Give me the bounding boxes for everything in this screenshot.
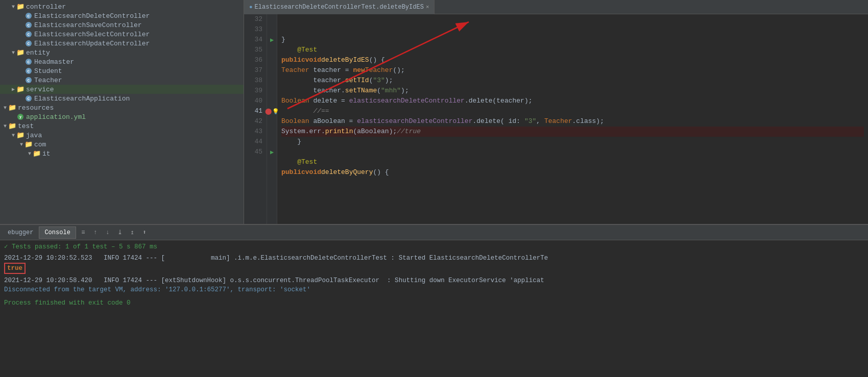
gutter-cell-42 [267,116,277,127]
token: ); [385,76,393,86]
token: .delete( id: [472,116,524,127]
spacer-9 [10,114,16,120]
console-toolbar-icons: ≡ ↑ ↓ ⤓ ↥ ⬆ [78,228,150,238]
console-icon-filter[interactable]: ↥ [127,228,137,238]
gutter-cell-41: ⬤💡 [267,106,277,116]
expand-arrow-com: ▼ [18,141,25,147]
code-lines[interactable]: } @Test public void deleteByIdES() { Tea… [277,14,868,224]
sidebar-item-controller[interactable]: ▼ 📁 controller [0,2,244,11]
sidebar-item-teacher[interactable]: C Teacher [0,76,244,85]
sidebar-label-teacher: Teacher [34,77,62,84]
bottom-tab-console[interactable]: Console [39,227,76,239]
token: .err. [305,127,325,137]
token: elasticsearchDeleteController [357,116,472,127]
sidebar-label-com: com [34,141,46,148]
console-content: ✓ Tests passed: 1 of 1 test – 5 s 867 ms… [0,240,868,377]
sidebar-item-es-update-ctrl[interactable]: C ElasticsearchUpdateController [0,39,244,48]
token: deleteByQuery [321,167,373,178]
code-line-35: Teacher teacher = new Teacher(); [281,65,864,76]
token: Teacher [544,116,572,127]
sidebar-label-service: service [26,86,54,93]
line-number-44: 44 [248,137,262,147]
sidebar-label-es-application: ElasticsearchApplication [34,95,130,103]
console-icon-menu[interactable]: ≡ [78,228,88,238]
token: "3" [524,116,536,127]
spacer-7 [18,77,25,83]
sidebar-item-com[interactable]: ▼ 📁 com [0,140,244,149]
token: elasticsearchDeleteController [349,96,465,106]
bottom-tab-debugger[interactable]: ebugger [2,227,39,239]
line-number-39: 39 [248,86,262,96]
sidebar-item-headmaster[interactable]: C Headmaster [0,57,244,66]
true-value-box: true [4,263,26,274]
token: setTName [345,86,377,96]
expand-arrow-service: ▶ [10,86,16,92]
token: void [305,167,321,178]
token: } [281,35,285,45]
sidebar-item-es-select-ctrl[interactable]: C ElasticsearchSelectController [0,30,244,39]
sidebar-item-it[interactable]: ▼ 📁 it [0,149,244,158]
gutter-cell-35 [267,45,277,55]
sidebar-item-test[interactable]: ▼ 📁 test [0,121,244,131]
token: System [281,127,305,137]
sidebar-label-entity: entity [26,49,50,57]
tab-icon: ● [249,4,253,10]
expand-arrow-entity: ▼ [10,49,16,56]
code-line-37: teacher.setTName("mhh"); [281,86,864,96]
token: Teacher [281,65,309,76]
console-icon-down[interactable]: ↓ [103,228,113,238]
tab-close-button[interactable]: × [426,4,429,10]
gutter-cell-39 [267,86,277,96]
yaml-icon-1: y [16,113,25,121]
code-line-38: Boolean delete = elasticsearchDeleteCont… [281,96,864,106]
gutter-cell-45: ▶ [267,147,277,157]
token: } [281,137,301,147]
editor-tab-main[interactable]: ● ElasticsearchDeleteControllerTest.dele… [244,0,435,14]
bottom-tabs-bar: ebugger Console ≡ ↑ ↓ ⤓ ↥ ⬆ [0,225,868,240]
code-line-42: } [281,137,864,147]
spacer-3 [18,31,25,37]
folder-icon-it: 📁 [33,149,41,158]
token: //== [281,106,329,116]
token: () { [369,55,385,65]
token: "mhh" [381,86,401,96]
code-line-34: public void deleteByIdES() { [281,55,864,65]
sidebar-item-application-yml[interactable]: y application.yml [0,112,244,121]
sidebar-item-entity[interactable]: ▼ 📁 entity [0,48,244,57]
sidebar-item-java[interactable]: ▼ 📁 java [0,131,244,140]
code-line-40: Boolean aBoolean = elasticsearchDeleteCo… [281,116,864,127]
gutter-cell-36 [267,55,277,65]
editor-tab-bar: ● ElasticsearchDeleteControllerTest.dele… [244,0,868,14]
token: public [281,167,305,178]
sidebar-label-test: test [18,122,34,130]
gutter-cell-44 [267,137,277,147]
gutter-cell-32 [267,14,277,24]
gutter-cell-37 [267,65,277,76]
code-line-43 [281,147,864,157]
token: delete = [309,96,349,106]
sidebar-item-student[interactable]: C Student [0,66,244,76]
sidebar-label-it: it [42,150,51,158]
sidebar-item-es-save-ctrl[interactable]: C ElasticsearchSaveController [0,20,244,30]
console-icon-clear[interactable]: ⬆ [139,228,150,238]
editor-tab-label: ElasticsearchDeleteControllerTest.delete… [255,4,424,11]
token: aBoolean = [309,116,357,127]
sidebar-item-es-application[interactable]: C ElasticsearchApplication [0,94,244,103]
console-icon-up[interactable]: ↑ [90,228,101,238]
token: setTId [345,76,369,86]
sidebar-item-resources[interactable]: ▼ 📁 resources [0,103,244,112]
sidebar-item-service[interactable]: ▶ 📁 service [0,85,244,94]
class-icon-8: C [25,94,33,103]
console-icon-save[interactable]: ⤓ [115,228,125,238]
class-icon-3: C [25,30,33,38]
debugger-tab-label: ebugger [8,229,33,236]
gutter-cell-38 [267,76,277,86]
code-line-39: //== [281,106,864,116]
folder-icon-java: 📁 [16,131,25,139]
test-result-line: ✓ Tests passed: 1 of 1 test – 5 s 867 ms [4,242,864,252]
class-icon-6: C [25,67,33,75]
sidebar-item-es-delete-ctrl[interactable]: C ElasticsearchDeleteController [0,11,244,20]
breakpoint-icon: ⬤ [265,108,272,115]
run-arrow-icon[interactable]: ▶ [270,148,274,156]
run-arrow-icon[interactable]: ▶ [270,36,274,44]
